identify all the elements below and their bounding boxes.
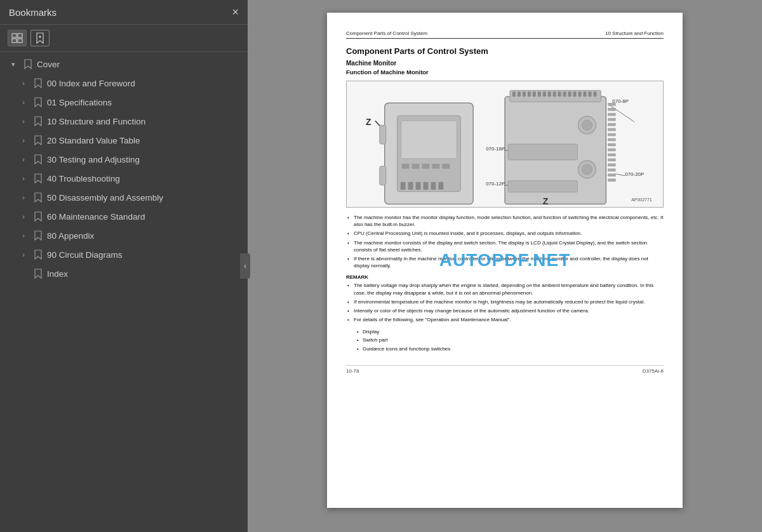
svg-rect-44 xyxy=(593,91,596,96)
svg-line-72 xyxy=(615,174,625,176)
svg-rect-10 xyxy=(401,182,406,190)
bookmark-item-50[interactable]: 50 Disassembly and Assembly xyxy=(0,188,248,207)
bookmark-icon-01 xyxy=(33,97,43,107)
chevron-right-icon xyxy=(18,213,29,220)
sub-bullet-2: Switch part xyxy=(356,336,664,343)
bookmark-add-button[interactable] xyxy=(30,30,50,46)
bookmark-label-90: 90 Circuit Diagrams xyxy=(47,250,243,260)
remark-bullet-2: If environmental temperature of the mach… xyxy=(346,298,664,305)
svg-rect-50 xyxy=(608,128,615,131)
bullet-4: If there is abnormality in the machine m… xyxy=(346,255,664,269)
remark-bullet-4: For details of the following, see "Opera… xyxy=(346,316,664,323)
sub-bullet-1: Display xyxy=(356,328,664,335)
svg-rect-52 xyxy=(608,138,615,141)
main-content: AUTOPDF.NET Component Parts of Control S… xyxy=(248,0,762,532)
svg-rect-14 xyxy=(431,182,436,190)
svg-rect-36 xyxy=(553,91,556,96)
chevron-right-icon xyxy=(18,136,29,144)
svg-rect-51 xyxy=(608,133,615,136)
bookmark-icon-40 xyxy=(33,173,43,183)
bullet-3: The machine monitor consists of the disp… xyxy=(346,239,664,253)
sub-bullet-list: Display Switch part Guidance icons and f… xyxy=(356,328,664,352)
bookmark-view-button[interactable] xyxy=(8,30,27,46)
svg-rect-12 xyxy=(416,182,421,190)
bookmark-label-30: 30 Testing and Adjusting xyxy=(47,155,243,164)
sidebar-title: Bookmarks xyxy=(9,7,57,18)
svg-rect-40 xyxy=(573,91,577,96)
svg-text:Z: Z xyxy=(366,117,371,127)
svg-rect-60 xyxy=(608,179,615,182)
header-left: Component Parts of Control System xyxy=(346,30,427,36)
bookmark-item-90[interactable]: 90 Circuit Diagrams xyxy=(0,245,248,264)
svg-rect-37 xyxy=(558,91,561,96)
svg-rect-45 xyxy=(608,103,615,105)
svg-point-64 xyxy=(582,164,592,175)
remark-bullet-1: The battery voltage may drop sharply whe… xyxy=(346,282,664,296)
document-subtitle1: Machine Monitor xyxy=(346,60,664,67)
document-subtitle2: Function of Machine Monitor xyxy=(346,69,664,76)
sidebar-collapse-button[interactable]: ‹ xyxy=(240,253,250,279)
bookmark-item-10[interactable]: 10 Structure and Function xyxy=(0,112,248,131)
bookmark-icon-30 xyxy=(33,154,43,164)
svg-rect-56 xyxy=(608,159,615,161)
svg-text:070-20P: 070-20P xyxy=(625,171,644,177)
sub-bullet-3: Guidance icons and functionp switches xyxy=(356,345,664,352)
bookmark-icon-60 xyxy=(33,211,43,222)
bookmark-label-01: 01 Specifications xyxy=(47,98,243,107)
svg-rect-17 xyxy=(402,164,410,169)
svg-rect-58 xyxy=(608,169,615,171)
close-button[interactable]: × xyxy=(232,6,239,18)
diagram-container: Z xyxy=(346,81,664,208)
bookmark-item-80[interactable]: 80 Appendix xyxy=(0,226,248,245)
svg-rect-48 xyxy=(608,118,615,121)
svg-rect-57 xyxy=(608,164,615,166)
bullet-2: CPU (Central Processing Unit) is mounted… xyxy=(346,230,664,237)
svg-rect-13 xyxy=(424,182,429,190)
bookmark-list: Cover 00 Index and Foreword 01 Specifica… xyxy=(0,52,248,532)
page-document: AUTOPDF.NET Component Parts of Control S… xyxy=(327,13,683,508)
bullet-1: The machine monitor has the monitor disp… xyxy=(346,214,664,228)
bookmark-item-index[interactable]: Index xyxy=(0,264,248,283)
svg-rect-65 xyxy=(508,144,578,160)
svg-rect-54 xyxy=(608,149,615,151)
bookmark-item-30[interactable]: 30 Testing and Adjusting xyxy=(0,150,248,169)
bookmark-item-60[interactable]: 60 Maintenance Standard xyxy=(0,207,248,226)
bookmark-item-40[interactable]: 40 Troubleshooting xyxy=(0,169,248,188)
page-viewer[interactable]: AUTOPDF.NET Component Parts of Control S… xyxy=(248,0,762,532)
chevron-right-icon xyxy=(18,251,29,258)
svg-rect-30 xyxy=(523,91,526,96)
bookmark-icon-50 xyxy=(33,192,43,203)
footer-doc-id: D375Ai-8 xyxy=(643,368,664,374)
machine-monitor-diagram: Z xyxy=(347,81,663,207)
svg-rect-21 xyxy=(442,164,450,169)
svg-rect-53 xyxy=(608,143,615,146)
chevron-right-icon xyxy=(18,232,29,239)
bookmark-label-40: 40 Troubleshooting xyxy=(47,174,243,183)
svg-rect-66 xyxy=(508,181,578,192)
svg-rect-42 xyxy=(584,91,587,96)
remark-bullet-list: The battery voltage may drop sharply whe… xyxy=(346,282,664,323)
footer-page: 10-78 xyxy=(346,368,359,374)
svg-rect-38 xyxy=(563,91,566,96)
bookmark-grid-icon xyxy=(11,33,23,43)
svg-text:Z: Z xyxy=(543,196,549,206)
bookmark-add-icon xyxy=(36,32,44,44)
bookmark-item-20[interactable]: 20 Standard Value Table xyxy=(0,131,248,150)
svg-point-62 xyxy=(582,120,592,130)
bookmark-label-50: 50 Disassembly and Assembly xyxy=(47,193,243,203)
svg-rect-1 xyxy=(18,34,22,37)
chevron-right-icon xyxy=(18,98,29,106)
bookmark-icon-cover xyxy=(23,59,33,69)
svg-rect-32 xyxy=(533,91,536,96)
bookmark-icon-00 xyxy=(33,78,43,88)
header-right: 10 Structure and Function xyxy=(605,30,664,36)
bookmark-icon-80 xyxy=(33,230,43,241)
svg-rect-28 xyxy=(512,91,516,96)
svg-rect-39 xyxy=(568,91,572,96)
bookmark-item-01[interactable]: 01 Specifications xyxy=(0,93,248,112)
bookmark-icon-index xyxy=(33,269,43,279)
bookmark-item-cover[interactable]: Cover xyxy=(0,55,248,74)
chevron-right-icon xyxy=(18,117,29,125)
bookmark-label-20: 20 Standard Value Table xyxy=(47,136,243,145)
bookmark-item-00[interactable]: 00 Index and Foreword xyxy=(0,74,248,93)
